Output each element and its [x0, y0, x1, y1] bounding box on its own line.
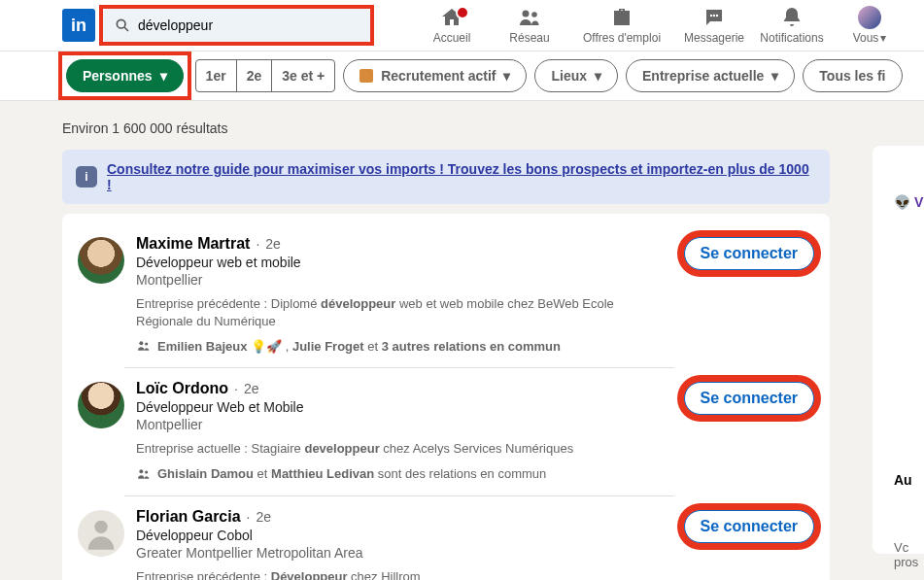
chevron-down-icon: ▾ [880, 31, 886, 45]
degree-2nd[interactable]: 2e [237, 60, 273, 91]
bell-icon [780, 6, 804, 29]
mutual-insights: Ghislain Damou et Matthieu Ledivan sont … [136, 466, 674, 482]
recruit-badge-icon [359, 69, 373, 83]
result-title: Développeur Cobol [136, 528, 674, 543]
connect-button[interactable]: Se connecter [684, 382, 814, 415]
connection-degree: 2e [265, 236, 281, 252]
degree-1st[interactable]: 1er [196, 60, 237, 91]
nav-jobs[interactable]: Offres d'emploi [568, 6, 675, 45]
result-name[interactable]: Loïc Ordono [136, 380, 228, 397]
connections-icon [136, 338, 152, 354]
guide-banner[interactable]: i Consultez notre guide pour maximiser v… [62, 150, 830, 204]
avatar[interactable] [78, 510, 124, 557]
sidebar-heading: Au [894, 472, 924, 488]
avatar[interactable] [78, 237, 124, 284]
result-location: Greater Montpellier Metropolitan Area [136, 545, 674, 561]
filter-label: Lieux [551, 68, 587, 84]
degree-3rd-plus[interactable]: 3e et + [272, 60, 334, 91]
connection-degree: 2e [256, 509, 271, 525]
filter-label: Entreprise actuelle [642, 68, 764, 84]
briefcase-icon [610, 6, 633, 29]
sidebar-badge: 👽 V [894, 194, 924, 210]
results-summary: Environ 1 600 000 résultats [62, 120, 830, 136]
sidebar-text: Vc pros [894, 540, 924, 569]
filter-people[interactable]: Personnes ▾ [66, 59, 184, 92]
connect-button[interactable]: Se connecter [684, 237, 814, 270]
filter-current-company[interactable]: Entreprise actuelle ▾ [626, 59, 795, 92]
search-icon [115, 17, 130, 33]
nav-network[interactable]: Réseau [491, 6, 568, 45]
home-icon [440, 6, 463, 29]
svg-point-0 [117, 19, 125, 28]
filter-label: Personnes [83, 68, 153, 84]
connections-icon [136, 466, 152, 482]
result-snippet: Entreprise actuelle : Stagiaire developp… [136, 440, 674, 458]
svg-point-11 [94, 520, 107, 532]
search-box[interactable] [103, 9, 370, 42]
global-nav: in Accueil Réseau Offres d'emploi Messag… [0, 0, 924, 51]
avatar[interactable] [78, 382, 124, 428]
result-item: Maxime Martrat · 2e Développeur web et m… [62, 223, 830, 368]
svg-point-3 [531, 12, 537, 17]
filter-connection-degree[interactable]: 1er 2e 3e et + [195, 59, 336, 92]
info-icon: i [76, 166, 97, 188]
result-snippet: Entreprise précédente : Développeur chez… [136, 568, 674, 580]
svg-point-7 [139, 342, 143, 346]
svg-point-2 [523, 11, 530, 17]
sidebar-card-peek: 👽 V Au Vc pros [873, 146, 924, 554]
filter-locations[interactable]: Lieux ▾ [534, 59, 618, 92]
avatar [858, 6, 881, 29]
result-item: Florian Garcia · 2e Développeur Cobol Gr… [62, 496, 830, 580]
linkedin-logo[interactable]: in [62, 9, 95, 42]
mutual-insights: Emilien Bajeux 💡🚀 , Julie Froget et 3 au… [136, 338, 674, 354]
svg-point-8 [145, 343, 148, 346]
notification-dot [456, 6, 469, 19]
result-location: Montpellier [136, 272, 674, 288]
guide-link[interactable]: Consultez notre guide pour maximiser vos… [107, 161, 816, 192]
chevron-down-icon: ▾ [595, 68, 601, 84]
connect-button[interactable]: Se connecter [684, 510, 814, 543]
result-location: Montpellier [136, 417, 674, 432]
svg-point-5 [713, 15, 715, 17]
result-name[interactable]: Florian Garcia [136, 508, 241, 526]
filter-actively-recruiting[interactable]: Recrutement actif ▾ [343, 59, 527, 92]
svg-point-4 [710, 15, 712, 17]
svg-line-1 [124, 27, 128, 31]
nav-label: Messagerie [684, 31, 744, 45]
nav-label: Réseau [509, 31, 549, 45]
nav-me[interactable]: Vous▾ [831, 6, 908, 45]
result-snippet: Entreprise précédente : Diplomé développ… [136, 295, 674, 330]
message-icon [702, 6, 726, 29]
filter-label: Tous les fi [819, 68, 885, 84]
chevron-down-icon: ▾ [160, 68, 167, 84]
nav-home[interactable]: Accueil [413, 6, 491, 45]
nav-messaging[interactable]: Messagerie [675, 6, 753, 45]
chevron-down-icon: ▾ [771, 68, 778, 84]
nav-label: Notifications [760, 31, 823, 45]
filter-all-filters[interactable]: Tous les fi [803, 59, 902, 92]
result-title: Développeur web et mobile [136, 255, 674, 270]
results-list: Maxime Martrat · 2e Développeur web et m… [62, 214, 830, 580]
people-icon [518, 6, 541, 29]
nav-label: Offres d'emploi [583, 31, 661, 45]
chevron-down-icon: ▾ [503, 68, 510, 84]
svg-point-9 [139, 469, 143, 473]
nav-label: Accueil [433, 31, 471, 45]
filter-label: Recrutement actif [381, 68, 496, 84]
search-input[interactable] [103, 9, 370, 42]
result-item: Loïc Ordono · 2e Développeur Web et Mobi… [62, 368, 830, 495]
svg-point-6 [716, 15, 718, 17]
connection-degree: 2e [244, 381, 259, 396]
result-name[interactable]: Maxime Martrat [136, 235, 250, 253]
content-area: Environ 1 600 000 résultats i Consultez … [0, 101, 924, 580]
svg-point-10 [145, 470, 148, 473]
nav-label: Vous [853, 31, 879, 45]
filter-bar: Personnes ▾ 1er 2e 3e et + Recrutement a… [0, 51, 924, 101]
result-title: Développeur Web et Mobile [136, 399, 674, 415]
nav-notifications[interactable]: Notifications [753, 6, 831, 45]
